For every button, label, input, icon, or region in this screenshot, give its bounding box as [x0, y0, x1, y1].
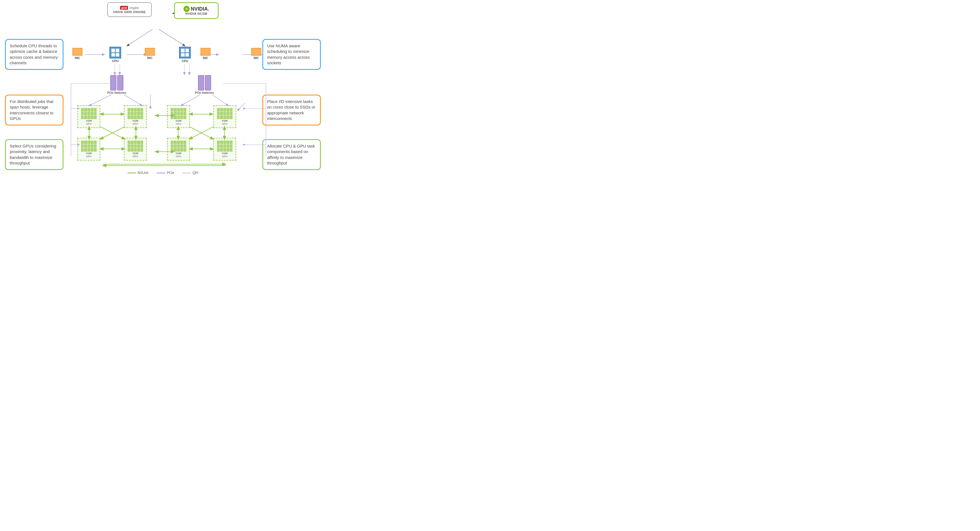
gpu-name: V100: [86, 119, 92, 122]
svg-line-30: [240, 103, 245, 109]
gpu-bot-right-2: V100 GPU: [213, 138, 236, 160]
gpu-grid: [81, 141, 97, 152]
nic-icon-far-left: [72, 48, 83, 55]
grid-logo-text: grid: [120, 6, 128, 10]
nic-label-far-right: NIC: [254, 56, 259, 60]
grid-engine-label: UNIVA GRID ENGINE: [113, 10, 146, 14]
pcie-left: PCIe Switches: [107, 75, 126, 94]
cpu-left: CPU: [110, 47, 121, 63]
pcie-label-right: PCIe Switches: [195, 91, 214, 94]
legend-nvlink-line: [127, 173, 136, 173]
gpu-type: GPU: [132, 122, 138, 125]
gpu-type: GPU: [86, 155, 92, 158]
gpu-grid: [81, 108, 97, 119]
cpu-core: [181, 49, 185, 52]
grid-engine-box: grid engine UNIVA GRID ENGINE: [107, 2, 152, 17]
gpu-type: GPU: [176, 122, 181, 125]
cpu-core: [116, 49, 119, 52]
gpu-bot-right-1: V100 GPU: [167, 138, 190, 160]
svg-line-26: [189, 127, 213, 139]
gpu-name: V100: [222, 119, 228, 122]
info-box-io-tasks: Place I/O intensive tasks on cores close…: [262, 95, 321, 125]
gpu-type: GPU: [176, 155, 181, 158]
legend-qpi-label: QPI: [192, 171, 198, 175]
nic-label-far-left: NIC: [75, 56, 80, 60]
pcie-icon-right: [198, 75, 211, 90]
svg-line-1: [127, 29, 153, 46]
cpu-icon-right: [179, 47, 191, 59]
svg-line-29: [212, 95, 228, 106]
cpu-icon-left: [110, 47, 121, 59]
svg-line-12: [124, 95, 142, 106]
gpu-name: V100: [175, 152, 181, 155]
grid-engine-logo: grid engine: [113, 6, 146, 10]
info-box-select-gpus: Select GPUs considering proximity, laten…: [5, 139, 64, 170]
nic-far-left: NIC: [72, 48, 83, 60]
legend-pcie-line: [157, 173, 165, 173]
gpu-type: GPU: [132, 155, 138, 158]
pcie-bar: [117, 75, 123, 90]
gpu-type: GPU: [222, 155, 228, 158]
nic-far-right: NIC: [251, 48, 261, 60]
gpu-name: V100: [132, 152, 138, 155]
svg-line-17: [100, 127, 125, 139]
nic-center-left: NIC: [145, 48, 155, 60]
gpu-grid: [217, 108, 232, 119]
grid-logo-engine: engine: [130, 6, 139, 10]
legend-pcie-label: PCIe: [167, 171, 174, 175]
cpu-core: [181, 53, 185, 57]
nvidia-logo: N NVIDIA.: [180, 6, 213, 12]
legend: NVLink PCIe QPI: [127, 171, 198, 175]
cpu-core: [111, 53, 115, 57]
cpu-label-right: CPU: [181, 59, 188, 63]
nic-label-center-right: NIC: [203, 56, 208, 60]
nvidia-text: NVIDIA.: [191, 6, 209, 12]
gpu-top-left-2: V100 GPU: [124, 105, 147, 128]
pcie-label-left: PCIe Switches: [107, 91, 126, 94]
info-box-numa: Use NUMA aware scheduling to minimize me…: [262, 39, 321, 70]
cpu-label-left: CPU: [112, 59, 118, 63]
legend-qpi-line: [182, 173, 191, 173]
gpu-type: GPU: [222, 122, 228, 125]
pcie-bar: [205, 75, 211, 90]
cpu-right: CPU: [179, 47, 191, 63]
gpu-bot-left-2: V100 GPU: [124, 138, 147, 160]
legend-nvlink-label: NVLink: [138, 171, 148, 175]
legend-qpi: QPI: [182, 171, 198, 175]
info-box-allocate-cpu-gpu: Allocate CPU & GPU task components based…: [262, 139, 321, 170]
svg-line-18: [100, 127, 125, 139]
gpu-grid: [171, 108, 186, 119]
gpu-grid: [127, 108, 143, 119]
svg-line-2: [159, 29, 185, 46]
nic-icon-center-right: [200, 48, 210, 55]
pcie-right: PCIe Switches: [195, 75, 214, 94]
pcie-bar: [198, 75, 204, 90]
gpu-top-right-2: V100 GPU: [213, 105, 236, 128]
gpu-bot-left-1: V100 GPU: [78, 138, 100, 160]
gpu-grid: [127, 141, 143, 152]
gpu-name: V100: [175, 119, 181, 122]
nvidia-label: NVIDIA DCGM: [180, 12, 213, 15]
gpu-name: V100: [222, 152, 228, 155]
cpu-core: [186, 49, 189, 52]
gpu-top-left-1: V100 GPU: [78, 105, 100, 128]
gpu-name: V100: [86, 152, 92, 155]
gpu-grid: [217, 141, 232, 152]
nvidia-icon: N: [183, 6, 190, 12]
gpu-grid: [171, 141, 186, 152]
svg-line-25: [189, 127, 213, 139]
gpu-name: V100: [132, 119, 138, 122]
nvidia-box: N NVIDIA. NVIDIA DCGM: [174, 2, 219, 19]
info-box-distributed-jobs: For distributed jobs that span hosts, le…: [5, 95, 64, 125]
legend-pcie: PCIe: [157, 171, 174, 175]
nic-label-center-left: NIC: [147, 56, 153, 60]
svg-line-28: [181, 95, 200, 106]
gpu-type: GPU: [86, 122, 92, 125]
pcie-bar: [110, 75, 116, 90]
cpu-core: [116, 53, 119, 57]
legend-nvlink: NVLink: [127, 171, 148, 175]
gpu-top-right-1: V100 GPU: [167, 105, 190, 128]
pcie-icon-left: [110, 75, 123, 90]
info-box-schedule-cpu: Schedule CPU threads to optimize cache &…: [5, 39, 64, 70]
nic-icon-far-right: [251, 48, 261, 55]
